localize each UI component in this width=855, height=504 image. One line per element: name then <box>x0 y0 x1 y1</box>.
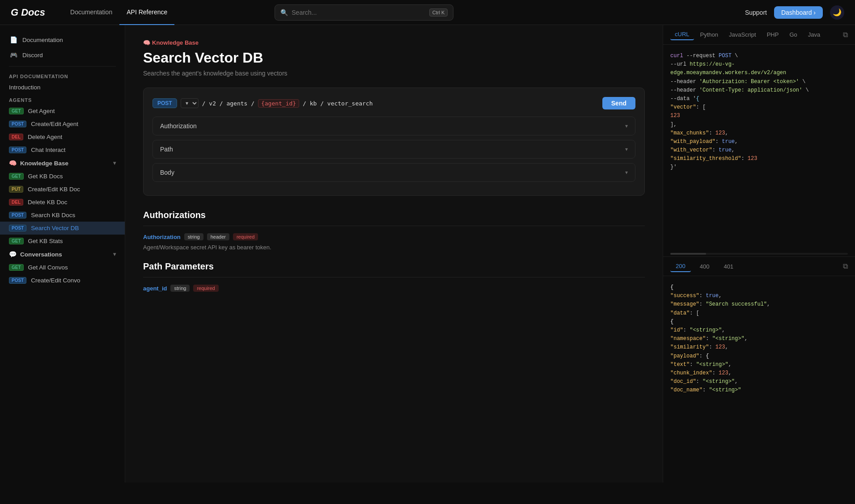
badge-get-stats: GET <box>9 238 24 244</box>
sidebar-item-create-agent-label: Create/Edit Agent <box>31 121 78 127</box>
kb-chevron: ▾ <box>113 160 116 166</box>
sidebar-item-documentation[interactable]: 📄 Documentation <box>0 32 125 47</box>
sidebar-item-get-agent[interactable]: GET Get Agent <box>0 105 125 118</box>
nav-right: Support Dashboard › 🌙 <box>745 5 844 20</box>
badge-delete-kb: DEL <box>9 199 23 206</box>
sidebar-item-get-kb-stats[interactable]: GET Get KB Stats <box>0 235 125 248</box>
sidebar: 📄 Documentation 🎮 Discord API Documentat… <box>0 25 125 483</box>
code-tab-go[interactable]: Go <box>785 29 801 40</box>
resp-tab-401[interactable]: 401 <box>718 261 739 272</box>
api-doc-section-label: API Documentation <box>0 70 125 81</box>
badge-search-kb: POST <box>9 212 26 218</box>
sidebar-item-discord[interactable]: 🎮 Discord <box>0 47 125 63</box>
conversations-chevron: ▾ <box>113 251 116 257</box>
resp-line-9: "payload": { <box>670 352 848 361</box>
method-badge: POST <box>152 98 177 108</box>
sidebar-item-search-vector-label: Search Vector DB <box>31 225 79 231</box>
code-line-8: ], <box>670 121 848 129</box>
badge-search-vector: POST <box>9 225 26 231</box>
kb-emoji: 🧠 <box>9 160 17 167</box>
auth-field-row: Authorization string header required <box>143 233 645 240</box>
code-line-2: --url https://eu-vg-edge.moeaymandev.wor… <box>670 60 848 77</box>
breadcrumb-icon: 🧠 <box>143 39 150 46</box>
sidebar-item-search-kb-docs[interactable]: POST Search KB Docs <box>0 209 125 222</box>
badge-create-convo: POST <box>9 277 26 284</box>
agents-section-label: Agents <box>0 94 125 105</box>
sidebar-item-create-convo[interactable]: POST Create/Edit Convo <box>0 274 125 287</box>
copy-response-icon[interactable]: ⧉ <box>843 262 848 270</box>
badge-create-agent: POST <box>9 121 26 127</box>
code-block: curl --request POST \ --url https://eu-v… <box>663 45 855 251</box>
body-label: Body <box>160 169 174 176</box>
dashboard-button[interactable]: Dashboard › <box>774 6 823 19</box>
support-link[interactable]: Support <box>745 9 767 16</box>
search-bar[interactable]: 🔍 Ctrl K <box>275 4 453 21</box>
send-button[interactable]: Send <box>602 97 635 109</box>
code-line-1: curl --request POST \ <box>670 52 848 60</box>
authorization-collapsible-header[interactable]: Authorization ▾ <box>153 117 635 135</box>
method-dropdown[interactable]: ▾ <box>181 98 199 108</box>
code-tab-php[interactable]: PHP <box>762 29 783 40</box>
dark-mode-toggle[interactable]: 🌙 <box>830 5 844 20</box>
endpoint-row: POST ▾ / v2 / agents / {agent_id} / kb /… <box>152 97 635 109</box>
nav-tabs: Documentation API Reference <box>63 0 174 25</box>
page-desc: Searches the agent's knowledge base usin… <box>143 70 645 77</box>
code-tab-curl[interactable]: cURL <box>670 29 694 40</box>
path-field-required: required <box>193 285 218 292</box>
sidebar-item-get-all-convos[interactable]: GET Get All Convos <box>0 261 125 274</box>
sidebar-item-get-kb-docs[interactable]: GET Get KB Docs <box>0 170 125 183</box>
auth-chevron: ▾ <box>625 123 628 129</box>
body-collapsible-header[interactable]: Body ▾ <box>153 164 635 181</box>
search-input[interactable] <box>292 9 426 16</box>
top-nav: G Docs Documentation API Reference 🔍 Ctr… <box>0 0 855 25</box>
sidebar-item-chat-interact[interactable]: POST Chat Interact <box>0 143 125 156</box>
resp-line-4: "data": [ <box>670 309 848 318</box>
resp-tab-200[interactable]: 200 <box>670 261 691 272</box>
path-chevron: ▾ <box>625 146 628 152</box>
authorization-label: Authorization <box>160 122 197 130</box>
discord-icon: 🎮 <box>9 50 18 59</box>
sidebar-item-delete-agent[interactable]: DEL Delete Agent <box>0 130 125 143</box>
breadcrumb: 🧠 Knowledge Base <box>143 39 645 46</box>
page-title: Search Vector DB <box>143 50 645 66</box>
resp-line-5: { <box>670 318 848 326</box>
doc-icon: 📄 <box>9 35 18 44</box>
badge-get-kb: GET <box>9 173 24 180</box>
sidebar-item-create-kb-doc[interactable]: PUT Create/Edit KB Doc <box>0 183 125 196</box>
badge-chat-interact: POST <box>9 147 26 153</box>
sidebar-item-search-kb-label: Search KB Docs <box>31 212 75 218</box>
resp-tab-400[interactable]: 400 <box>694 261 715 272</box>
sidebar-item-create-convo-label: Create/Edit Convo <box>31 277 80 284</box>
body-chevron: ▾ <box>625 169 628 176</box>
kb-group-header[interactable]: 🧠 Knowledge Base ▾ <box>0 156 125 170</box>
endpoint-path: / v2 / agents / {agent_id} / kb / vector… <box>202 100 599 107</box>
resp-line-7: "namespace": "<string>", <box>670 335 848 343</box>
sidebar-item-search-vector-db[interactable]: POST Search Vector DB <box>0 222 125 235</box>
sidebar-item-delete-agent-label: Delete Agent <box>28 134 62 140</box>
resp-line-10: "text": "<string>", <box>670 361 848 369</box>
sidebar-item-chat-interact-label: Chat Interact <box>31 147 65 153</box>
sidebar-item-create-agent[interactable]: POST Create/Edit Agent <box>0 118 125 130</box>
nav-tab-documentation[interactable]: Documentation <box>63 0 119 25</box>
code-scrollbar <box>670 253 848 255</box>
sidebar-item-delete-kb-doc[interactable]: DEL Delete KB Doc <box>0 196 125 209</box>
badge-create-kb: PUT <box>9 186 23 193</box>
code-line-3: --header 'Authorization: Bearer <token>'… <box>670 78 848 86</box>
path-collapsible: Path ▾ <box>152 140 635 159</box>
auth-field-name: Authorization <box>143 234 181 240</box>
sidebar-item-delete-kb-label: Delete KB Doc <box>28 199 68 206</box>
copy-code-icon[interactable]: ⧉ <box>843 31 848 39</box>
code-tab-java[interactable]: Java <box>804 29 825 40</box>
nav-tab-api-reference[interactable]: API Reference <box>119 0 174 25</box>
code-line-11: "with_vector": true, <box>670 146 848 155</box>
code-tab-python[interactable]: Python <box>696 29 723 40</box>
auth-field-type: string <box>184 233 203 240</box>
resp-line-12: "doc_id": "<string>", <box>670 378 848 386</box>
code-tab-js[interactable]: JavaScript <box>724 29 761 40</box>
path-collapsible-header[interactable]: Path ▾ <box>153 140 635 158</box>
code-line-4: --header 'Content-Type: application/json… <box>670 86 848 95</box>
conversations-group-header[interactable]: 💬 Conversations ▾ <box>0 248 125 261</box>
sidebar-item-introduction[interactable]: Introduction <box>0 81 125 94</box>
badge-delete-agent: DEL <box>9 134 23 140</box>
search-icon: 🔍 <box>280 9 288 16</box>
